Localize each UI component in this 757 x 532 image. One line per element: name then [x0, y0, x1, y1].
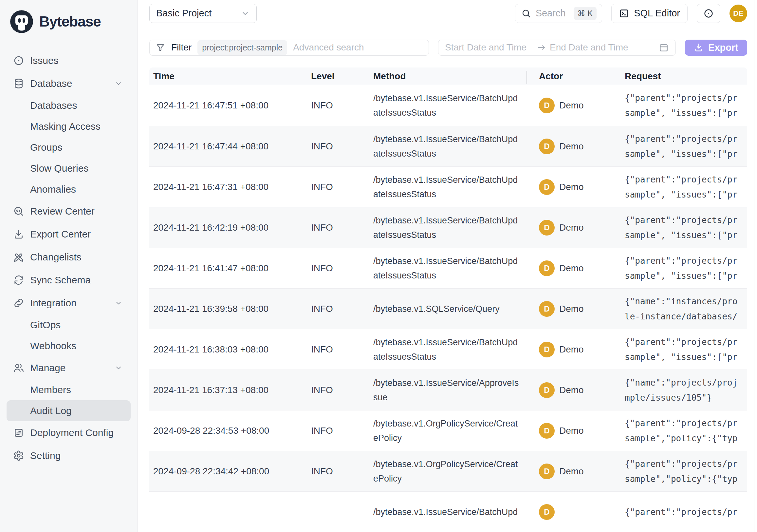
sidebar-item-label: Slow Queries [30, 163, 88, 174]
integration-icon [13, 297, 24, 309]
sidebar-item-database[interactable]: Database [7, 72, 131, 95]
sidebar-item-issues[interactable]: Issues [7, 49, 131, 72]
table-row[interactable]: 2024-11-21 16:47:44 +08:00INFO/bytebase.… [149, 126, 747, 167]
cell-request: {"parent":"projects/prsample", "issues":… [621, 90, 747, 121]
project-selector[interactable]: Basic Project [149, 4, 257, 23]
search-icon [521, 9, 531, 18]
table-row[interactable]: 2024-11-21 16:38:03 +08:00INFO/bytebase.… [149, 329, 747, 369]
start-date-input[interactable] [445, 42, 533, 53]
actor-avatar: D [539, 342, 555, 358]
status-button[interactable] [697, 4, 720, 23]
table-row[interactable]: 2024-11-21 16:37:13 +08:00INFO/bytebase.… [149, 369, 747, 410]
sidebar-item-databases[interactable]: Databases [7, 95, 131, 116]
sidebar-item-masking-access[interactable]: Masking Access [7, 116, 131, 137]
advanced-search-input[interactable] [293, 42, 423, 53]
sidebar-item-label: Changelists [30, 252, 81, 263]
cell-request: {"parent":"projects/prsample", "issues":… [621, 253, 747, 283]
actor-name: Demo [559, 263, 584, 273]
table-row[interactable]: 2024-11-21 16:47:51 +08:00INFO/bytebase.… [149, 85, 747, 126]
cell-actor: D [527, 504, 621, 520]
cell-level: INFO [307, 344, 369, 355]
sidebar-item-deployment-config[interactable]: Deployment Config [7, 421, 131, 444]
cell-method: /bytebase.v1.IssueService/BatchUpdateIss… [369, 91, 527, 120]
cell-actor: DDemo [527, 463, 621, 479]
actor-name: Demo [559, 385, 584, 395]
cell-method: /bytebase.v1.IssueService/BatchUpd [369, 505, 527, 519]
cell-time: 2024-11-21 16:47:51 +08:00 [149, 100, 307, 111]
terminal-icon [619, 8, 629, 19]
sidebar-item-webhooks[interactable]: Webhooks [7, 335, 131, 357]
table-row[interactable]: /bytebase.v1.IssueService/BatchUpdD{"par… [149, 491, 747, 532]
table-row[interactable]: 2024-11-21 16:41:47 +08:00INFO/bytebase.… [149, 248, 747, 288]
cell-request: {"parent":"projects/prsample", "issues":… [621, 172, 747, 202]
cell-actor: DDemo [527, 139, 621, 154]
cell-level: INFO [307, 466, 369, 477]
cell-actor: DDemo [527, 342, 621, 358]
actor-avatar: D [539, 382, 555, 398]
actor-avatar: D [539, 220, 555, 235]
table-row[interactable]: 2024-11-21 16:39:58 +08:00INFO/bytebase.… [149, 288, 747, 329]
sidebar-item-label: Audit Log [30, 405, 72, 416]
sidebar-item-label: Integration [30, 297, 76, 309]
cell-request: {"name":"projects/projmple/issues/105"} [621, 375, 747, 405]
cell-actor: DDemo [527, 261, 621, 276]
column-header-actor: Actor [527, 68, 621, 85]
user-avatar[interactable]: DE [730, 5, 747, 22]
date-range-picker[interactable] [438, 40, 676, 56]
end-date-input[interactable] [550, 42, 630, 53]
sidebar-item-sync-schema[interactable]: Sync Schema [7, 268, 131, 292]
sidebar-item-label: Databases [30, 100, 77, 111]
actor-avatar: D [539, 179, 555, 195]
sidebar-item-anomalies[interactable]: Anomalies [7, 179, 131, 200]
sidebar-item-integration[interactable]: Integration [7, 292, 131, 314]
sidebar-item-members[interactable]: Members [7, 379, 131, 400]
audit-log-table: TimeLevelMethodActorRequest 2024-11-21 1… [149, 68, 747, 532]
search-label: Search [536, 8, 566, 19]
cell-actor: DDemo [527, 301, 621, 317]
filter-label: Filter [171, 42, 192, 53]
filter-chip[interactable]: project:project-sample [197, 40, 287, 55]
cell-level: INFO [307, 304, 369, 314]
sidebar-item-audit-log[interactable]: Audit Log [7, 400, 131, 421]
topbar: Basic Project Search ⌘ K SQL E [137, 0, 757, 27]
actor-avatar: D [539, 301, 555, 317]
cell-request: {"parent":"projects/prsample","policy":{… [621, 456, 747, 486]
actor-avatar: D [539, 504, 555, 520]
sql-editor-button[interactable]: SQL Editor [611, 4, 687, 23]
chevron-down-icon [114, 363, 123, 372]
table-row[interactable]: 2024-11-21 16:47:31 +08:00INFO/bytebase.… [149, 167, 747, 207]
sync-schema-icon [13, 274, 24, 286]
sidebar-item-manage[interactable]: Manage [7, 357, 131, 379]
sidebar-item-groups[interactable]: Groups [7, 137, 131, 158]
sidebar-item-changelists[interactable]: Changelists [7, 246, 131, 268]
cell-time: 2024-11-21 16:42:19 +08:00 [149, 222, 307, 233]
sidebar-item-review-center[interactable]: Review Center [7, 200, 131, 223]
table-row[interactable]: 2024-11-21 16:42:19 +08:00INFO/bytebase.… [149, 207, 747, 248]
export-center-icon [13, 229, 24, 240]
circle-dot-icon [703, 8, 714, 19]
sidebar-item-slow-queries[interactable]: Slow Queries [7, 158, 131, 179]
table-row[interactable]: 2024-09-28 22:34:42 +08:00INFO/bytebase.… [149, 451, 747, 491]
brand-logo[interactable]: Bytebase [0, 7, 137, 37]
search-button[interactable]: Search ⌘ K [515, 4, 602, 23]
sidebar-item-label: Deployment Config [30, 427, 114, 438]
window-edge-line [754, 0, 754, 532]
export-button[interactable]: Export [685, 40, 747, 56]
filter-row: Filter project:project-sample Export [149, 40, 747, 56]
sidebar-item-label: Setting [30, 450, 61, 461]
download-icon [694, 43, 704, 52]
cell-request: {"parent":"projects/prsample", "issues":… [621, 213, 747, 243]
table-body: 2024-11-21 16:47:51 +08:00INFO/bytebase.… [149, 85, 747, 532]
sidebar: Bytebase IssuesDatabaseDatabasesMasking … [0, 0, 137, 532]
actor-name: Demo [559, 182, 584, 192]
cell-request: {"parent":"projects/pr [621, 505, 747, 519]
sidebar-item-export-center[interactable]: Export Center [7, 223, 131, 246]
actor-avatar: D [539, 463, 555, 479]
table-row[interactable]: 2024-09-28 22:34:53 +08:00INFO/bytebase.… [149, 410, 747, 451]
sidebar-item-gitops[interactable]: GitOps [7, 314, 131, 335]
cell-level: INFO [307, 425, 369, 436]
sidebar-item-setting[interactable]: Setting [7, 444, 131, 467]
sidebar-item-label: Manage [30, 362, 66, 373]
filter-input-box[interactable]: Filter project:project-sample [149, 40, 429, 56]
cell-level: INFO [307, 385, 369, 395]
